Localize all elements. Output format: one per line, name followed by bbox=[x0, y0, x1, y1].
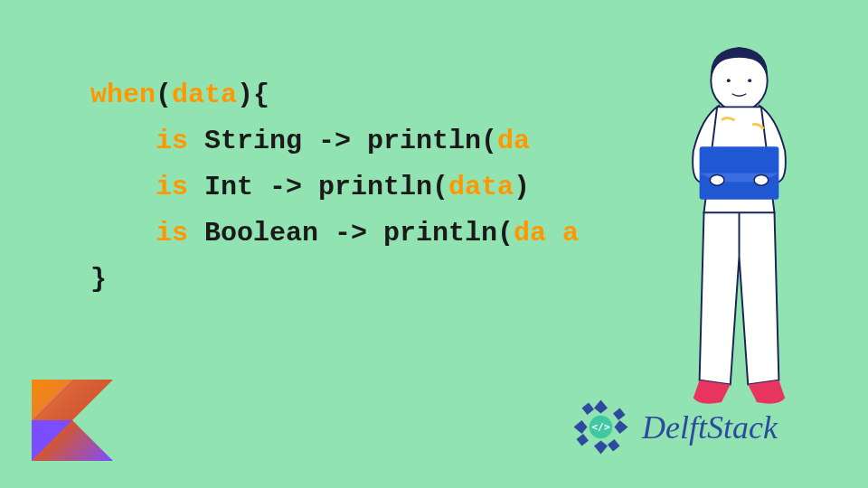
code-line-1: when(data){ bbox=[90, 72, 579, 118]
code-text: String -> println( bbox=[188, 126, 497, 156]
paren: ( bbox=[156, 80, 172, 110]
keyword-data: da bbox=[497, 126, 530, 156]
brand-container: </> DelftStack bbox=[567, 393, 778, 461]
code-text: Int -> println( bbox=[188, 172, 448, 202]
indent bbox=[90, 218, 156, 249]
keyword-data: data bbox=[448, 172, 514, 202]
kotlin-logo-icon bbox=[32, 380, 113, 461]
code-line-4: is Boolean -> println(da a bbox=[90, 211, 579, 257]
code-block: when(data){ is String -> println(da is I… bbox=[90, 72, 579, 303]
indent bbox=[90, 126, 156, 156]
svg-point-4 bbox=[710, 174, 724, 185]
code-line-2: is String -> println(da bbox=[90, 118, 579, 164]
paren-brace: ){ bbox=[237, 80, 269, 110]
svg-point-1 bbox=[727, 79, 731, 82]
code-line-3: is Int -> println(data) bbox=[90, 164, 579, 211]
brace-close: } bbox=[90, 264, 107, 295]
keyword-is: is bbox=[156, 172, 188, 202]
keyword-is: is bbox=[156, 218, 188, 249]
keyword-is: is bbox=[156, 126, 188, 156]
code-text: Boolean -> println( bbox=[188, 218, 514, 249]
keyword-when: when bbox=[90, 80, 156, 110]
paren-close: ) bbox=[514, 172, 530, 202]
delftstack-logo-icon: </> bbox=[567, 393, 635, 461]
svg-point-5 bbox=[754, 174, 769, 185]
keyword-data: da a bbox=[514, 218, 579, 249]
person-with-laptop-icon bbox=[651, 36, 827, 416]
keyword-data: data bbox=[172, 80, 237, 110]
brand-name: DelftStack bbox=[642, 408, 778, 446]
svg-point-2 bbox=[748, 79, 751, 82]
svg-text:</>: </> bbox=[591, 421, 610, 433]
code-line-5: } bbox=[90, 257, 579, 303]
indent bbox=[90, 172, 156, 202]
